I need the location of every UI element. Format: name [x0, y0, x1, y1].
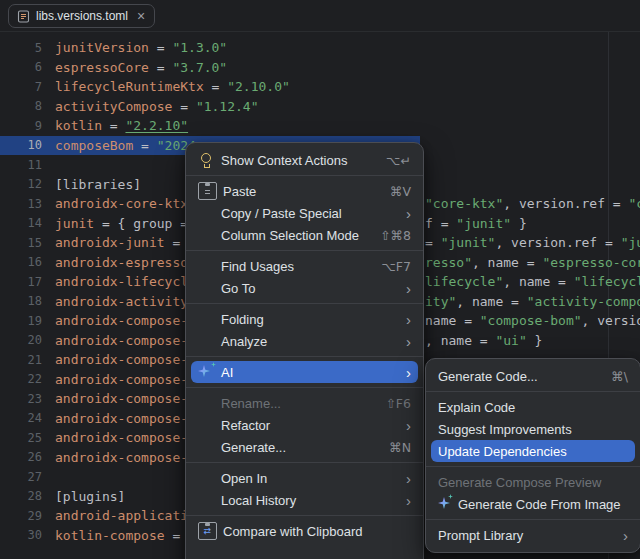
menu-item-copy-paste-special[interactable]: Copy / Paste Special› [191, 202, 418, 224]
menu-item-generate-code-from-image[interactable]: Generate Code From Image [431, 493, 635, 515]
menu-item-label: Generate... [221, 440, 369, 455]
code-line[interactable]: 5junitVersion = "1.3.0" [0, 38, 640, 58]
menu-item-generate-code[interactable]: Generate Code...⌘\ [431, 365, 635, 387]
menu-item-label: Refactor [221, 418, 386, 433]
line-number: 30 [0, 528, 42, 542]
code-text-left: junit = { group = [55, 216, 188, 231]
menu-separator [186, 175, 423, 176]
menu-item-label: Suggest Improvements [438, 422, 628, 437]
code-text-left: androidx-compose-m [55, 450, 196, 465]
submenu-arrow-icon: › [406, 471, 411, 486]
line-number: 28 [0, 489, 42, 503]
menu-item-label: Compare with Clipboard [223, 524, 411, 539]
menu-item-folding[interactable]: Folding› [191, 308, 418, 330]
menu-shortcut: ⌥F7 [381, 259, 411, 274]
submenu-arrow-icon: › [406, 312, 411, 327]
icon-placeholder [198, 333, 215, 349]
menu-item-column-selection-mode[interactable]: Column Selection Mode⇧⌘8 [191, 224, 418, 246]
line-number: 19 [0, 314, 42, 328]
code-text-left: androidx-compose-u [55, 391, 196, 406]
menu-separator [186, 250, 423, 251]
submenu-arrow-icon: › [406, 493, 411, 508]
menu-item-label: Paste [223, 184, 370, 199]
code-text-left: junitVersion = "1.3.0" [55, 40, 227, 55]
code-text-left: composeBom = "2024 [55, 138, 196, 153]
code-line[interactable]: 9kotlin = "2.2.10" [0, 116, 640, 136]
menu-item-analyze[interactable]: Analyze› [191, 330, 418, 352]
icon-placeholder [198, 280, 215, 296]
code-text-left: espressoCore = "3.7.0" [55, 60, 227, 75]
line-number: 12 [0, 177, 42, 191]
line-number: 20 [0, 333, 42, 347]
menu-item-suggest-improvements[interactable]: Suggest Improvements [431, 418, 635, 440]
menu-item-paste[interactable]: Paste⌘V [191, 180, 418, 202]
menu-separator [186, 462, 423, 463]
menu-item-prompt-library[interactable]: Prompt Library› [431, 524, 635, 546]
menu-item-label: Analyze [221, 334, 386, 349]
code-text-left: [libraries] [55, 177, 141, 192]
menu-item-go-to[interactable]: Go To› [191, 277, 418, 299]
menu-item-find-usages[interactable]: Find Usages⌥F7 [191, 255, 418, 277]
menu-item-label: Generate Code From Image [458, 497, 628, 512]
editor-tab-bar: libs.versions.toml × [0, 0, 640, 32]
menu-item-rename[interactable]: Rename...⇧F6 [191, 392, 418, 414]
code-text-left: androidx-compose-u [55, 372, 196, 387]
menu-item-explain-code[interactable]: Explain Code [431, 396, 635, 418]
code-text-left: [plugins] [55, 489, 125, 504]
menu-item-update-dependencies[interactable]: Update Dependencies [431, 440, 635, 462]
line-number: 26 [0, 450, 42, 464]
line-number: 23 [0, 392, 42, 406]
submenu-arrow-icon: › [623, 528, 628, 543]
paste-icon [198, 182, 217, 200]
menu-item-ai[interactable]: AI› [191, 361, 418, 383]
icon-placeholder [198, 311, 215, 327]
line-number: 25 [0, 431, 42, 445]
icon-placeholder [198, 258, 215, 274]
code-text-left: androidx-compose-u [55, 430, 196, 445]
submenu-arrow-icon: › [406, 334, 411, 349]
code-line[interactable]: 6espressoCore = "3.7.0" [0, 58, 640, 78]
menu-item-generate[interactable]: Generate...⌘N [191, 436, 418, 458]
submenu-arrow-icon: › [406, 281, 411, 296]
line-number: 14 [0, 216, 42, 230]
code-line[interactable]: 7lifecycleRuntimeKtx = "2.10.0" [0, 77, 640, 97]
menu-separator [186, 515, 423, 516]
menu-item-refactor[interactable]: Refactor› [191, 414, 418, 436]
code-text-left: androidx-core-ktx [55, 196, 188, 211]
context-menu: Show Context Actions⌥↵Paste⌘VCopy / Past… [185, 142, 424, 559]
icon-placeholder [198, 417, 215, 433]
menu-item-show-context-actions[interactable]: Show Context Actions⌥↵ [191, 149, 418, 171]
code-line[interactable]: 8activityCompose = "1.12.4" [0, 97, 640, 117]
menu-item-compare-with-clipboard[interactable]: Compare with Clipboard [191, 520, 418, 542]
line-number: 13 [0, 197, 42, 211]
menu-item-label: Folding [221, 312, 386, 327]
code-text-left: androidx-compose-u [55, 352, 196, 367]
menu-item-generate-compose-preview[interactable]: Generate Compose Preview [431, 471, 635, 493]
menu-item-local-history[interactable]: Local History› [191, 489, 418, 511]
line-number: 6 [0, 60, 42, 74]
line-number: 7 [0, 80, 42, 94]
ide-window: libs.versions.toml × 5junitVersion = "1.… [0, 0, 640, 559]
line-number: 16 [0, 255, 42, 269]
menu-item-label: Show Context Actions [221, 153, 366, 168]
menu-item-open-in[interactable]: Open In› [191, 467, 418, 489]
menu-item-label: Rename... [221, 396, 365, 411]
code-text-left: androidx-lifecycle [55, 274, 196, 289]
code-text-right: , name = "ui" } [425, 331, 542, 351]
code-text-left: androidx-compose-u [55, 411, 196, 426]
menu-item-label: AI [221, 365, 386, 380]
compare-clipboard-icon [198, 522, 217, 540]
tab-close-icon[interactable]: × [137, 9, 145, 23]
menu-shortcut: ⇧⌘8 [380, 228, 411, 243]
menu-shortcut: ⌘N [389, 440, 411, 455]
icon-placeholder [198, 205, 215, 221]
menu-separator [426, 391, 640, 392]
line-number: 9 [0, 119, 42, 133]
tab-libs-versions-toml[interactable]: libs.versions.toml × [8, 4, 155, 28]
line-number: 10 [0, 138, 42, 152]
menu-item-label: Column Selection Mode [221, 228, 360, 243]
line-number: 18 [0, 294, 42, 308]
menu-item-label: Generate Compose Preview [438, 475, 628, 490]
code-text-left: androidx-activity- [55, 294, 196, 309]
code-text-left: lifecycleRuntimeKtx = "2.10.0" [55, 79, 290, 94]
